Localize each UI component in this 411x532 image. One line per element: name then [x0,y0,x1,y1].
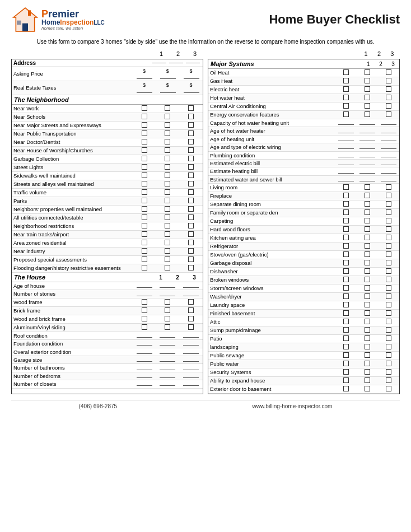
sep-dining-cb3[interactable] [386,201,391,207]
parks-cb2[interactable] [165,198,170,203]
hardwood-cb2[interactable] [365,226,370,232]
carpeting-cb1[interactable] [343,218,349,223]
industry-cb1[interactable] [142,248,147,254]
utilities-cb3[interactable] [188,214,194,220]
washer-cb1[interactable] [343,293,349,299]
woodbrick-cb1[interactable] [142,316,147,321]
near-worship-cb1[interactable] [142,147,147,153]
sump-cb1[interactable] [343,327,349,333]
pub-water-cb1[interactable] [343,361,349,366]
energy-cb1[interactable] [343,111,349,117]
traffic-cb1[interactable] [142,189,147,195]
neighbors-cb1[interactable] [142,206,147,212]
near-doctor-cb1[interactable] [142,139,147,144]
oil-heat-cb3[interactable] [386,69,391,75]
zoned-cb2[interactable] [165,240,170,245]
patio-cb3[interactable] [386,335,391,341]
elec-heat-cb1[interactable] [343,86,349,92]
brickframe-cb1[interactable] [142,307,147,313]
fireplace-cb3[interactable] [386,193,391,198]
brickframe-cb2[interactable] [165,307,170,313]
ext-door-cb2[interactable] [365,386,370,391]
woodbrick-cb2[interactable] [165,316,170,321]
patio-cb1[interactable] [343,335,349,341]
fridge-cb3[interactable] [386,243,391,249]
stove-cb3[interactable] [386,251,391,257]
sump-cb2[interactable] [365,327,370,333]
neighbors-cb2[interactable] [165,206,170,212]
hotwater-heat-cb1[interactable] [343,95,349,100]
energy-cb3[interactable] [386,111,391,117]
near-doctor-cb2[interactable] [165,139,170,144]
gas-heat-cb3[interactable] [386,78,391,83]
landscaping-cb2[interactable] [365,344,370,349]
parks-cb1[interactable] [142,198,147,203]
ac-cb1[interactable] [343,103,349,109]
storm-win-cb3[interactable] [386,285,391,291]
energy-cb2[interactable] [365,111,370,117]
attic-cb1[interactable] [343,319,349,324]
woodframe-cb3[interactable] [188,299,194,305]
ext-door-cb1[interactable] [343,386,349,391]
near-schools-cb1[interactable] [142,114,147,119]
assess-cb1[interactable] [142,256,147,262]
family-room-cb3[interactable] [386,209,391,215]
assess-cb2[interactable] [165,256,170,262]
gas-heat-cb2[interactable] [365,78,370,83]
garb-disp-cb2[interactable] [365,260,370,265]
ac-cb2[interactable] [365,103,370,109]
near-worship-cb2[interactable] [165,147,170,153]
oil-heat-cb1[interactable] [343,69,349,75]
laundry-cb1[interactable] [343,302,349,307]
dishwasher-cb2[interactable] [365,268,370,274]
woodframe-cb2[interactable] [165,299,170,305]
garb-disp-cb3[interactable] [386,260,391,265]
washer-cb3[interactable] [386,293,391,299]
expand-cb2[interactable] [365,377,370,383]
streets-cb1[interactable] [142,181,147,186]
restrictions-cb3[interactable] [188,223,194,228]
assess-cb3[interactable] [188,256,194,262]
ac-cb3[interactable] [386,103,391,109]
garb-disp-cb1[interactable] [343,260,349,265]
kitchen-eating-cb1[interactable] [343,235,349,240]
near-worship-cb3[interactable] [188,147,194,153]
woodbrick-cb3[interactable] [188,316,194,321]
storm-win-cb2[interactable] [365,285,370,291]
fridge-cb1[interactable] [343,243,349,249]
family-room-cb2[interactable] [365,209,370,215]
train-cb3[interactable] [188,231,194,237]
near-work-cb2[interactable] [165,105,170,111]
washer-cb2[interactable] [365,293,370,299]
living-room-cb3[interactable] [386,184,391,190]
alum-cb3[interactable] [188,324,194,330]
sep-dining-cb2[interactable] [365,201,370,207]
attic-cb2[interactable] [365,319,370,324]
sep-dining-cb1[interactable] [343,201,349,207]
fridge-cb2[interactable] [365,243,370,249]
security-cb2[interactable] [365,369,370,375]
streets-cb2[interactable] [165,181,170,186]
security-cb3[interactable] [386,369,391,375]
garbage-cb1[interactable] [142,156,147,161]
near-work-cb1[interactable] [142,105,147,111]
parks-cb3[interactable] [188,198,194,203]
neighbors-cb3[interactable] [188,206,194,212]
dishwasher-cb1[interactable] [343,268,349,274]
storm-win-cb1[interactable] [343,285,349,291]
sidewalks-cb1[interactable] [142,172,147,178]
near-transport-cb3[interactable] [188,130,194,136]
sidewalks-cb2[interactable] [165,172,170,178]
broken-win-cb1[interactable] [343,277,349,282]
garbage-cb3[interactable] [188,156,194,161]
pub-water-cb2[interactable] [365,361,370,366]
elec-heat-cb3[interactable] [386,86,391,92]
gas-heat-cb1[interactable] [343,78,349,83]
zoned-cb1[interactable] [142,240,147,245]
carpeting-cb3[interactable] [386,218,391,223]
utilities-cb1[interactable] [142,214,147,220]
fireplace-cb2[interactable] [365,193,370,198]
hotwater-heat-cb3[interactable] [386,95,391,100]
traffic-cb2[interactable] [165,189,170,195]
woodframe-cb1[interactable] [142,299,147,305]
